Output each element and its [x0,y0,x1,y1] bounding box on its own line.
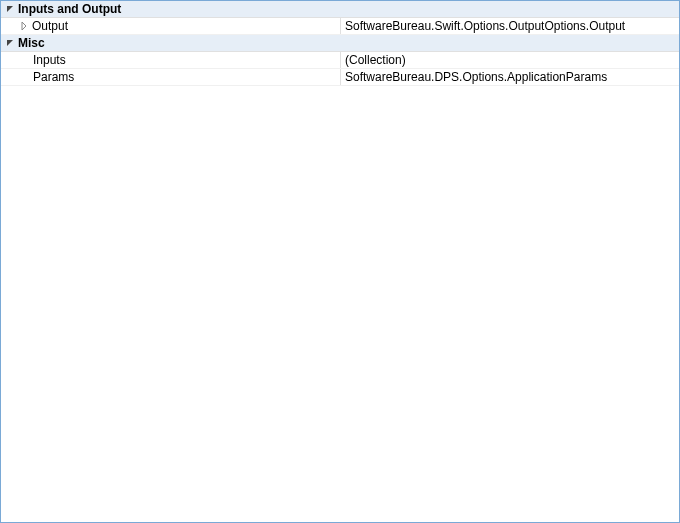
property-value: SoftwareBureau.Swift.Options.OutputOptio… [345,19,625,33]
property-name-cell[interactable]: Inputs [1,52,341,68]
property-row-params[interactable]: Params SoftwareBureau.DPS.Options.Applic… [1,69,679,86]
property-row-output[interactable]: Output SoftwareBureau.Swift.Options.Outp… [1,18,679,35]
property-value-cell[interactable]: SoftwareBureau.DPS.Options.ApplicationPa… [341,69,679,85]
property-value-cell[interactable]: SoftwareBureau.Swift.Options.OutputOptio… [341,18,679,34]
property-name-cell[interactable]: Output [1,18,341,34]
property-row-inputs[interactable]: Inputs (Collection) [1,52,679,69]
category-header-inputs-and-output[interactable]: Inputs and Output [1,1,679,18]
property-name: Inputs [33,53,66,67]
expand-icon[interactable] [19,21,29,31]
category-label: Inputs and Output [18,2,121,16]
collapse-icon[interactable] [5,38,15,48]
property-value-cell[interactable]: (Collection) [341,52,679,68]
category-label: Misc [18,36,45,50]
property-name: Output [32,19,68,33]
property-value: (Collection) [345,53,406,67]
property-name: Params [33,70,74,84]
property-grid: Inputs and Output Output SoftwareBureau.… [0,0,680,523]
collapse-icon[interactable] [5,4,15,14]
category-header-misc[interactable]: Misc [1,35,679,52]
property-name-cell[interactable]: Params [1,69,341,85]
property-value: SoftwareBureau.DPS.Options.ApplicationPa… [345,70,607,84]
